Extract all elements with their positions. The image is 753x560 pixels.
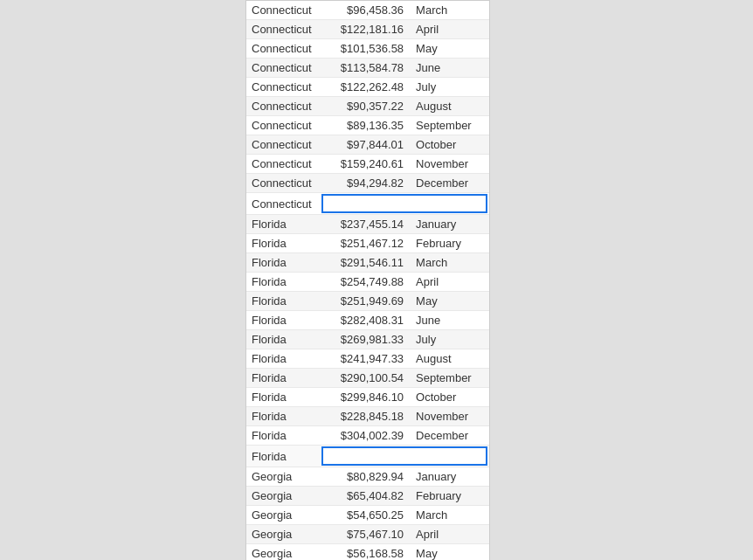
input-cell-container[interactable] [320,446,489,467]
spreadsheet-table: Connecticut $96,458.36 March Connecticut… [246,1,489,560]
table-row: Florida $290,100.54 September [246,369,489,388]
month-cell: April [409,525,489,544]
table-row: Georgia $65,404.82 February [246,487,489,506]
table-row: Florida $251,949.69 May [246,292,489,311]
state-cell: Connecticut [246,39,320,59]
table-row: Georgia $56,168.58 May [246,544,489,561]
amount-cell: $94,294.82 [320,174,409,193]
month-cell: February [409,234,489,253]
table-row: Georgia $54,650.25 March [246,506,489,525]
state-cell: Florida [246,273,320,292]
state-cell: Florida [246,292,320,311]
month-cell: December [409,426,489,446]
amount-cell: $122,181.16 [320,20,409,39]
amount-input[interactable] [321,446,487,466]
state-cell: Connecticut [246,20,320,39]
amount-cell: $159,240.61 [320,155,409,174]
month-cell: August [409,349,489,369]
table-row: Florida $228,845.18 November [246,407,489,426]
state-cell: Florida [246,446,320,467]
table-row: Connecticut $113,584.78 June [246,59,489,78]
amount-cell: $75,467.10 [320,525,409,544]
state-cell: Georgia [246,544,320,561]
state-cell: Florida [246,369,320,388]
state-cell: Georgia [246,506,320,525]
table-row: Connecticut $96,458.36 March [246,1,489,20]
amount-cell: $80,829.94 [320,467,409,487]
amount-cell: $237,455.14 [320,215,409,234]
month-cell: December [409,174,489,193]
table-row: Georgia $80,829.94 January [246,467,489,487]
state-cell: Georgia [246,487,320,506]
month-cell: September [409,369,489,388]
month-cell: November [409,155,489,174]
month-cell: May [409,39,489,59]
table-row[interactable]: Florida [246,446,489,467]
month-cell: April [409,20,489,39]
month-cell: March [409,506,489,525]
state-cell: Connecticut [246,97,320,116]
month-cell: March [409,1,489,20]
state-cell: Florida [246,234,320,253]
amount-cell: $251,467.12 [320,234,409,253]
amount-cell: $291,546.11 [320,253,409,273]
amount-cell: $90,357.22 [320,97,409,116]
state-cell: Florida [246,349,320,369]
state-cell: Connecticut [246,135,320,155]
state-cell: Connecticut [246,116,320,135]
state-cell: Connecticut [246,78,320,97]
amount-cell: $96,458.36 [320,1,409,20]
table-row: Florida $237,455.14 January [246,215,489,234]
table-row: Florida $269,981.33 July [246,330,489,349]
amount-cell: $241,947.33 [320,349,409,369]
month-cell: July [409,330,489,349]
table-row: Connecticut $97,844.01 October [246,135,489,155]
table-row: Florida $304,002.39 December [246,426,489,446]
table-row: Florida $291,546.11 March [246,253,489,273]
amount-input[interactable] [321,194,487,213]
amount-cell: $304,002.39 [320,426,409,446]
state-cell: Florida [246,407,320,426]
state-cell: Georgia [246,525,320,544]
state-cell: Connecticut [246,1,320,20]
state-cell: Florida [246,330,320,349]
state-cell: Florida [246,388,320,407]
month-cell: September [409,116,489,135]
data-table: Connecticut $96,458.36 March Connecticut… [245,0,490,560]
amount-cell: $89,136.35 [320,116,409,135]
table-row: Connecticut $89,136.35 September [246,116,489,135]
amount-cell: $254,749.88 [320,273,409,292]
amount-cell: $122,262.48 [320,78,409,97]
month-cell: March [409,253,489,273]
table-row: Connecticut $90,357.22 August [246,97,489,116]
month-cell: November [409,407,489,426]
month-cell: January [409,467,489,487]
table-row: Connecticut $122,181.16 April [246,20,489,39]
month-cell: June [409,59,489,78]
month-cell: February [409,487,489,506]
state-cell: Connecticut [246,193,320,215]
table-row[interactable]: Connecticut [246,193,489,215]
state-cell: Connecticut [246,155,320,174]
month-cell: January [409,215,489,234]
state-cell: Florida [246,426,320,446]
amount-cell: $228,845.18 [320,407,409,426]
amount-cell: $101,536.58 [320,39,409,59]
input-cell-container[interactable] [320,193,489,215]
amount-cell: $299,846.10 [320,388,409,407]
state-cell: Florida [246,253,320,273]
amount-cell: $290,100.54 [320,369,409,388]
state-cell: Georgia [246,467,320,487]
amount-cell: $282,408.31 [320,311,409,330]
table-row: Connecticut $159,240.61 November [246,155,489,174]
month-cell: April [409,273,489,292]
amount-cell: $65,404.82 [320,487,409,506]
month-cell: October [409,135,489,155]
month-cell: May [409,544,489,561]
state-cell: Florida [246,215,320,234]
table-row: Connecticut $101,536.58 May [246,39,489,59]
amount-cell: $54,650.25 [320,506,409,525]
amount-cell: $113,584.78 [320,59,409,78]
month-cell: July [409,78,489,97]
table-row: Connecticut $122,262.48 July [246,78,489,97]
